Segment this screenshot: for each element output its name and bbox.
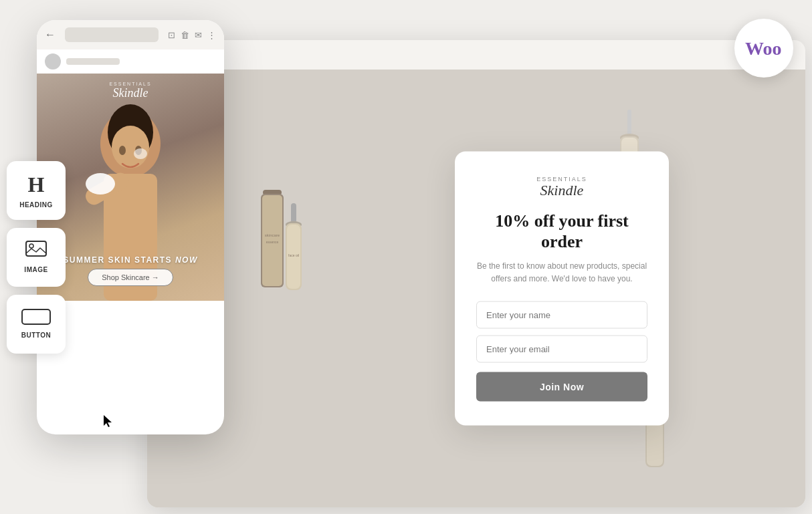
svg-point-37 xyxy=(119,146,126,155)
browser-window: skincare essence face oil xyxy=(147,40,805,507)
browser-content: skincare essence face oil xyxy=(147,70,805,507)
phone-back-icon[interactable]: ← xyxy=(45,29,56,41)
svg-text:face oil: face oil xyxy=(288,253,299,257)
heading-label: HEADING xyxy=(19,201,53,209)
phone-topbar: ← ⊡ 🗑 ✉ ⋮ xyxy=(37,20,224,49)
phone-action-icons: ⊡ 🗑 ✉ ⋮ xyxy=(168,30,216,40)
popup-name-input[interactable] xyxy=(476,301,647,329)
image-icon xyxy=(25,241,47,262)
phone-brand-overlay: ESSENTIALS Skindle xyxy=(37,82,224,100)
phone-profile-row xyxy=(37,49,224,74)
popup-brand-script: Skindle xyxy=(476,182,647,198)
heading-icon: H xyxy=(28,172,45,197)
phone-name-bar xyxy=(66,58,120,65)
phone-url-bar xyxy=(65,27,159,42)
woo-logo: Woo xyxy=(745,36,783,60)
phone-trash-icon[interactable]: 🗑 xyxy=(181,30,189,40)
phone-save-icon[interactable]: ⊡ xyxy=(168,30,175,40)
popup-email-input[interactable] xyxy=(476,336,647,363)
popup-card: ESSENTIALS Skindle 10% off your first or… xyxy=(455,151,669,426)
svg-rect-40 xyxy=(26,241,46,256)
tool-button[interactable]: BUTTON xyxy=(7,295,66,354)
svg-rect-7 xyxy=(291,203,296,223)
sidebar-tools: H HEADING IMAGE BUTTON xyxy=(7,161,66,354)
tool-image[interactable]: IMAGE xyxy=(7,228,66,287)
phone-img-brand-script: Skindle xyxy=(37,86,224,100)
image-label: IMAGE xyxy=(24,266,47,273)
svg-text:Woo: Woo xyxy=(745,38,781,59)
svg-point-36 xyxy=(86,173,115,195)
popup-join-button[interactable]: Join Now xyxy=(476,372,647,402)
svg-rect-42 xyxy=(22,309,50,324)
button-icon xyxy=(21,309,51,328)
phone-mail-icon[interactable]: ✉ xyxy=(195,30,202,40)
woo-badge: Woo xyxy=(734,19,793,78)
tool-heading[interactable]: H HEADING xyxy=(7,161,66,220)
popup-headline: 10% off your first order xyxy=(476,210,647,251)
svg-rect-12 xyxy=(627,110,631,136)
svg-point-41 xyxy=(29,244,33,248)
svg-point-39 xyxy=(134,148,147,159)
popup-brand-area: ESSENTIALS Skindle xyxy=(476,175,647,198)
svg-point-33 xyxy=(112,126,149,168)
phone-img-brand-small: ESSENTIALS xyxy=(37,82,224,86)
svg-text:skincare: skincare xyxy=(265,233,280,237)
popup-subtext: Be the first to know about new products,… xyxy=(476,260,647,285)
browser-bar xyxy=(147,40,805,70)
svg-text:essence: essence xyxy=(266,240,279,244)
button-label: BUTTON xyxy=(21,332,51,339)
phone-avatar xyxy=(45,53,61,70)
phone-shop-button[interactable]: Shop Skincare → xyxy=(88,269,173,286)
phone-more-icon[interactable]: ⋮ xyxy=(207,30,216,40)
